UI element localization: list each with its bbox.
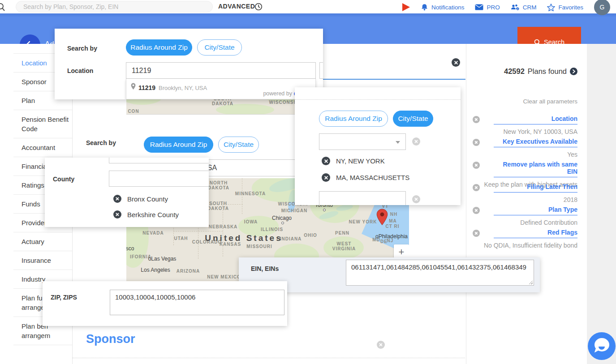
zips-label: ZIP, ZIPS	[51, 294, 77, 301]
filter-name-link[interactable]: Key Executives Available	[494, 138, 577, 147]
remove-county-icon[interactable]	[113, 210, 121, 218]
section-divider	[73, 358, 465, 359]
nav-label: PRO	[487, 4, 500, 11]
radius-input-partial[interactable]	[319, 62, 323, 79]
city-input-partial[interactable]	[319, 191, 406, 205]
search-by-label: Search by	[67, 45, 97, 52]
remove-filter-icon[interactable]	[473, 230, 480, 237]
remove-filter-icon[interactable]	[473, 139, 480, 146]
resize-grip[interactable]	[528, 280, 533, 284]
applied-filter-row: Filing Later Then2018	[473, 183, 577, 203]
location-label: Location	[67, 67, 93, 74]
sidebar-item-accountant[interactable]: Accountant	[13, 138, 72, 157]
map-label: MICHIGAN	[281, 208, 308, 213]
city-state-button[interactable]: City/State	[218, 137, 259, 153]
remove-state-icon[interactable]	[322, 173, 330, 182]
filter-value: 2018	[473, 196, 577, 203]
history-clock-icon[interactable]	[254, 3, 263, 11]
results-sidebar: 42592 Plans found Clear all parameters L…	[466, 44, 587, 364]
map-label: NEW MEXICO	[207, 274, 241, 279]
nav-notifications[interactable]: Notifications	[421, 4, 465, 11]
clear-city-input-icon[interactable]	[412, 195, 420, 203]
city-state-popup: Radius Around Zip City/State NY, NEW YOR…	[295, 87, 461, 205]
map-pin-icon[interactable]	[376, 209, 388, 226]
zips-panel: ZIP, ZIPS 10003,10004,10005,10006	[43, 281, 287, 326]
city-state-button[interactable]: City/State	[393, 111, 433, 127]
location-suggestion[interactable]: 11219 Brooklyn, NY, USA powered by G	[126, 79, 316, 99]
filter-name-link[interactable]: Remove plans with same EIN	[494, 161, 577, 177]
map-label: NH	[390, 212, 397, 217]
sidebar-item-actuary[interactable]: Actuary	[13, 232, 72, 251]
zips-input[interactable]: 10003,10004,10005,10006	[110, 290, 284, 315]
filter-name-link[interactable]: Location	[494, 115, 577, 124]
map-label: Los Angeles	[141, 267, 170, 273]
state-select[interactable]	[319, 133, 406, 150]
envelope-icon	[475, 4, 483, 10]
radius-around-zip-button[interactable]: Radius Around Zip	[144, 137, 213, 153]
plans-found-count: 42592	[504, 67, 525, 76]
bell-icon	[421, 4, 428, 11]
plans-found-suffix: Plans found	[528, 67, 567, 76]
map-label: SOUTH DAKOTA	[207, 201, 229, 211]
advanced-toggle[interactable]: ADVANCED	[218, 3, 255, 10]
remove-filter-icon[interactable]	[473, 116, 480, 123]
filter-value: No QDIA, Insufficient fidelity bond	[473, 242, 577, 249]
global-search-input[interactable]	[16, 1, 213, 13]
remove-filter-icon[interactable]	[473, 162, 480, 169]
remove-filter-icon[interactable]	[473, 207, 480, 214]
map-label: MISSOURI	[246, 244, 272, 249]
section-divider	[295, 99, 461, 100]
filter-value: Yes	[473, 151, 577, 158]
selected-county: Berkshire County	[127, 211, 179, 218]
filter-name-link[interactable]: Red Flags	[494, 229, 577, 238]
map-label: NEW YORK	[349, 219, 377, 224]
filter-value: Defined Contribution	[473, 219, 577, 226]
map-city-dot	[323, 209, 326, 211]
sidebar-item-pension-benefit-code[interactable]: Pension Benefit Code	[13, 110, 72, 138]
nav-favorites[interactable]: Favorites	[547, 4, 583, 11]
avatar[interactable]: G	[594, 0, 610, 15]
nav-label: Favorites	[558, 4, 583, 11]
remove-county-icon[interactable]	[113, 195, 121, 203]
remove-filter-icon[interactable]	[473, 184, 480, 191]
nav-crm[interactable]: CRM	[511, 4, 537, 11]
close-sponsor-section-icon[interactable]	[377, 341, 385, 349]
filter-name-link[interactable]: Plan Type	[494, 206, 577, 215]
close-location-section-icon[interactable]	[452, 58, 460, 67]
zip-location-input[interactable]: 11219	[126, 62, 316, 79]
county-extra-input[interactable]	[109, 158, 209, 163]
ein-textarea[interactable]: 061131471,061484285,061045541,061432375,…	[346, 260, 534, 286]
nav-pro[interactable]: PRO	[475, 4, 500, 11]
map-label: IOWA	[244, 219, 258, 224]
radius-around-zip-button[interactable]: Radius Around Zip	[126, 39, 192, 56]
radius-around-zip-button[interactable]: Radius Around Zip	[319, 111, 388, 127]
county-input[interactable]	[109, 171, 209, 187]
chevron-down-icon	[396, 141, 400, 144]
powered-by-label: powered by	[263, 90, 292, 97]
map-label: NEVADA	[142, 231, 164, 236]
top-nav: Notifications PRO CRM Favorites G	[402, 0, 610, 14]
clear-state-select-icon[interactable]	[412, 137, 420, 146]
chat-launcher[interactable]	[588, 332, 616, 360]
search-by-label: Search by	[86, 139, 116, 146]
top-bar: ADVANCED Notifications PRO CRM Favorites…	[0, 0, 616, 13]
map-label: oLas Vegas	[148, 256, 177, 262]
map-label: OHIO	[304, 233, 317, 238]
suggestion-zip: 11219	[138, 84, 155, 91]
map-label: MINNESOTA	[235, 191, 266, 196]
clear-all-parameters-link[interactable]: Clear all parameters	[523, 98, 577, 105]
sponsor-section-title: Sponsor	[86, 332, 135, 346]
sidebar-item-insurance[interactable]: Insurance	[13, 251, 72, 270]
advanced-search-page: ADVANCED Notifications PRO CRM Favorites…	[0, 0, 616, 364]
play-icon[interactable]	[402, 3, 410, 11]
filter-name-link[interactable]: Filing Later Then	[494, 183, 577, 193]
remove-state-icon[interactable]	[322, 157, 330, 165]
plans-found[interactable]: 42592 Plans found	[504, 67, 577, 76]
applied-filter-row: LocationNew York, NY 10003, USA	[473, 115, 577, 135]
map-label: UTAH	[174, 236, 188, 241]
city-state-button[interactable]: City/State	[197, 39, 242, 56]
go-to-results-icon[interactable]	[570, 68, 577, 75]
map-label: oPhiladelphia	[375, 233, 408, 240]
suggestion-place: Brooklyn, NY, USA	[159, 85, 207, 91]
map-label: NEBRASKA	[209, 224, 238, 229]
